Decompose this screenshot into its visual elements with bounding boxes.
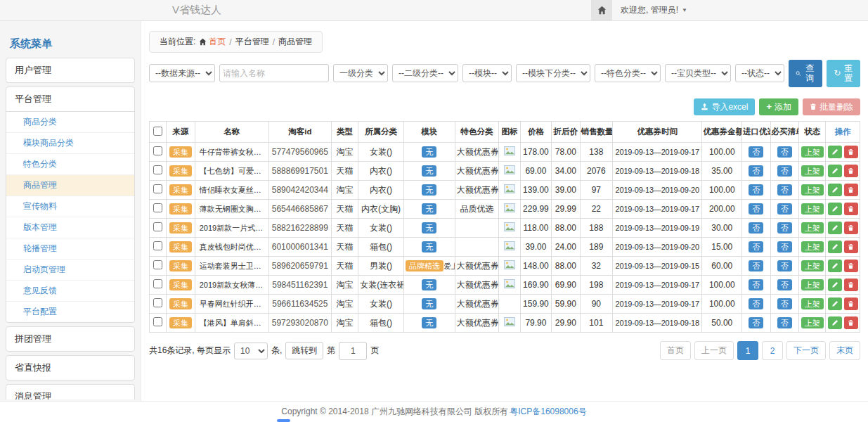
edit-button[interactable] <box>828 222 842 234</box>
edit-button[interactable] <box>828 146 842 158</box>
import-select-toggle[interactable]: 否 <box>749 184 763 196</box>
import-excel-button[interactable]: 导入excel <box>694 98 755 115</box>
must-buy-toggle[interactable]: 否 <box>777 146 792 158</box>
edit-button[interactable] <box>828 165 842 177</box>
status-badge[interactable]: 上架 <box>801 260 824 272</box>
import-select-toggle[interactable]: 否 <box>749 203 763 215</box>
must-buy-toggle[interactable]: 否 <box>777 260 792 272</box>
sidebar-item[interactable]: 轮播管理 <box>6 238 134 260</box>
item-type-select[interactable]: --宝贝类型-- <box>665 64 731 82</box>
delete-button[interactable] <box>844 316 858 329</box>
import-select-toggle[interactable]: 否 <box>749 146 763 158</box>
must-buy-toggle[interactable]: 否 <box>777 165 792 177</box>
must-buy-toggle[interactable]: 否 <box>777 184 792 196</box>
import-select-toggle[interactable]: 否 <box>749 317 763 329</box>
select-all-checkbox[interactable] <box>153 127 162 136</box>
level2-category-select[interactable]: --二级分类-- <box>392 64 458 82</box>
sidebar-item[interactable]: 平台配置 <box>6 302 134 322</box>
icp-link[interactable]: 粤ICP备16098006号 <box>510 406 586 418</box>
status-badge[interactable]: 上架 <box>801 203 824 215</box>
import-select-toggle[interactable]: 否 <box>749 298 763 310</box>
module-sub-category-select[interactable]: --模块下分类-- <box>516 64 590 82</box>
delete-button[interactable] <box>844 279 858 291</box>
status-select[interactable]: --状态-- <box>735 64 784 82</box>
must-buy-toggle[interactable]: 否 <box>777 241 792 253</box>
sidebar-group-heading[interactable]: 省直快报 <box>6 356 134 380</box>
must-buy-toggle[interactable]: 否 <box>777 203 792 215</box>
page-button[interactable]: 上一页 <box>694 341 734 360</box>
add-button[interactable]: + 添加 <box>759 98 798 115</box>
goto-page-button[interactable]: 跳转到 <box>285 342 323 359</box>
row-checkbox[interactable] <box>153 279 162 288</box>
status-badge[interactable]: 上架 <box>801 222 824 234</box>
import-select-toggle[interactable]: 否 <box>749 279 763 291</box>
edit-button[interactable] <box>828 279 842 291</box>
delete-button[interactable] <box>844 146 858 158</box>
import-select-toggle[interactable]: 否 <box>749 165 763 177</box>
edit-button[interactable] <box>828 316 842 329</box>
edit-button[interactable] <box>828 203 842 215</box>
import-select-toggle[interactable]: 否 <box>749 260 763 272</box>
row-checkbox[interactable] <box>153 184 162 193</box>
breadcrumb-home-link[interactable]: 首页 <box>199 36 226 48</box>
import-select-toggle[interactable]: 否 <box>749 222 763 234</box>
delete-button[interactable] <box>844 222 858 234</box>
goto-page-input[interactable] <box>339 342 367 360</box>
row-checkbox[interactable] <box>153 222 162 231</box>
page-button[interactable]: 末页 <box>829 341 860 360</box>
name-search-input[interactable] <box>219 64 329 82</box>
status-badge[interactable]: 上架 <box>801 146 824 158</box>
edit-button[interactable] <box>828 298 842 310</box>
delete-button[interactable] <box>844 165 858 177</box>
must-buy-toggle[interactable]: 否 <box>777 279 792 291</box>
batch-delete-button[interactable]: 批量删除 <box>803 98 860 115</box>
sidebar-item[interactable]: 模块商品分类 <box>6 133 134 154</box>
sidebar-item[interactable]: 商品管理 <box>6 175 134 196</box>
reset-button[interactable]: ↻ 重置 <box>827 60 860 87</box>
delete-button[interactable] <box>844 241 858 253</box>
edit-button[interactable] <box>828 260 842 272</box>
row-checkbox[interactable] <box>153 298 162 307</box>
must-buy-toggle[interactable]: 否 <box>777 298 792 310</box>
sidebar-group-heading[interactable]: 平台管理 <box>6 87 134 111</box>
user-menu[interactable]: 欢迎您, 管理员! ▼ <box>612 0 696 20</box>
per-page-select[interactable]: 10 <box>234 343 268 359</box>
sidebar-group-heading[interactable]: 消息管理 <box>6 385 134 399</box>
must-buy-toggle[interactable]: 否 <box>777 222 792 234</box>
module-select[interactable]: --模块-- <box>462 64 512 82</box>
status-badge[interactable]: 上架 <box>801 184 824 196</box>
status-badge[interactable]: 上架 <box>801 279 824 291</box>
level1-category-select[interactable]: 一级分类 <box>333 64 388 82</box>
row-checkbox[interactable] <box>153 165 162 174</box>
sidebar-item[interactable]: 版本管理 <box>6 217 134 238</box>
row-checkbox[interactable] <box>153 260 162 269</box>
sidebar-item[interactable]: 意见反馈 <box>6 281 134 302</box>
delete-button[interactable] <box>844 184 858 196</box>
must-buy-toggle[interactable]: 否 <box>777 317 792 329</box>
page-button[interactable]: 首页 <box>660 341 691 360</box>
row-checkbox[interactable] <box>153 146 162 155</box>
home-button[interactable] <box>591 0 612 20</box>
status-badge[interactable]: 上架 <box>801 298 824 310</box>
page-button[interactable]: 下一页 <box>786 341 826 360</box>
page-button[interactable]: 1 <box>737 341 758 360</box>
sidebar-group-heading[interactable]: 用户管理 <box>6 58 134 82</box>
delete-button[interactable] <box>844 260 858 272</box>
sidebar-item[interactable]: 商品分类 <box>6 112 134 133</box>
row-checkbox[interactable] <box>153 203 162 212</box>
delete-button[interactable] <box>844 203 858 215</box>
row-checkbox[interactable] <box>153 317 162 326</box>
horizontal-scrollbar-thumb[interactable] <box>277 419 290 422</box>
import-select-toggle[interactable]: 否 <box>749 241 763 253</box>
sidebar-item[interactable]: 特色分类 <box>6 154 134 175</box>
search-button[interactable]: 查询 <box>789 60 822 87</box>
edit-button[interactable] <box>828 184 842 196</box>
row-checkbox[interactable] <box>153 241 162 250</box>
data-source-select[interactable]: --数据来源-- <box>149 64 215 82</box>
status-badge[interactable]: 上架 <box>801 165 824 177</box>
page-button[interactable]: 2 <box>762 341 783 360</box>
sidebar-group-heading[interactable]: 拼团管理 <box>6 327 134 351</box>
delete-button[interactable] <box>844 298 858 310</box>
status-badge[interactable]: 上架 <box>801 317 824 329</box>
feature-category-select[interactable]: --特色分类-- <box>595 64 661 82</box>
